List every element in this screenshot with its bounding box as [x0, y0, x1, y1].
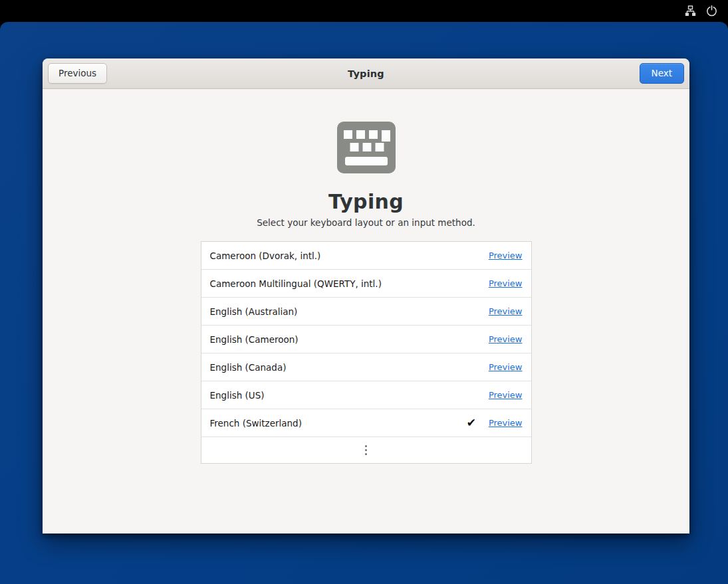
page-subtitle: Select your keyboard layout or an input …	[43, 217, 689, 228]
network-wired-icon[interactable]	[684, 5, 696, 17]
layout-name: English (Cameroon)	[210, 334, 489, 345]
layout-row[interactable]: English (Cameroon)✔Preview	[201, 326, 531, 353]
preview-link[interactable]: Preview	[489, 306, 523, 316]
layout-name: Cameroon (Dvorak, intl.)	[210, 250, 489, 261]
system-top-bar	[0, 0, 728, 22]
layout-list: Cameroon (Dvorak, intl.)✔PreviewCameroon…	[201, 242, 531, 437]
layout-row[interactable]: Cameroon Multilingual (QWERTY, intl.)✔Pr…	[201, 270, 531, 298]
preview-link[interactable]: Preview	[489, 390, 523, 400]
preview-link[interactable]: Preview	[489, 278, 523, 288]
typing-page: Typing Select your keyboard layout or an…	[43, 89, 689, 534]
layout-row[interactable]: English (US)✔Preview	[201, 381, 531, 409]
layout-name: Cameroon Multilingual (QWERTY, intl.)	[210, 278, 489, 289]
layout-name: English (Canada)	[210, 362, 489, 373]
setup-wizard-window: Previous Typing Next Typing Sele	[43, 58, 689, 534]
layout-row[interactable]: English (Canada)✔Preview	[201, 353, 531, 381]
keyboard-icon	[337, 122, 396, 176]
desktop-background: Previous Typing Next Typing Sele	[0, 22, 728, 584]
preview-link[interactable]: Preview	[489, 418, 523, 428]
vertical-ellipsis-icon	[365, 445, 368, 456]
keyboard-layout-list: Cameroon (Dvorak, intl.)✔PreviewCameroon…	[201, 241, 532, 464]
preview-link[interactable]: Preview	[489, 362, 523, 372]
power-icon[interactable]	[705, 5, 717, 17]
page-title: Typing	[43, 190, 689, 213]
headerbar: Previous Typing Next	[43, 58, 689, 89]
layout-row[interactable]: French (Switzerland)✔Preview	[201, 409, 531, 437]
layout-name: English (US)	[210, 390, 489, 401]
layout-row[interactable]: Cameroon (Dvorak, intl.)✔Preview	[201, 242, 531, 270]
selected-check-icon: ✔	[467, 417, 476, 429]
preview-link[interactable]: Preview	[489, 334, 523, 344]
layout-name: English (Australian)	[210, 306, 489, 317]
layout-row[interactable]: English (Australian)✔Preview	[201, 298, 531, 326]
next-button[interactable]: Next	[640, 63, 684, 84]
headerbar-title: Typing	[348, 68, 384, 79]
show-more-row[interactable]	[201, 437, 531, 463]
previous-button[interactable]: Previous	[48, 63, 107, 84]
preview-link[interactable]: Preview	[489, 250, 523, 260]
layout-name: French (Switzerland)	[210, 418, 467, 429]
